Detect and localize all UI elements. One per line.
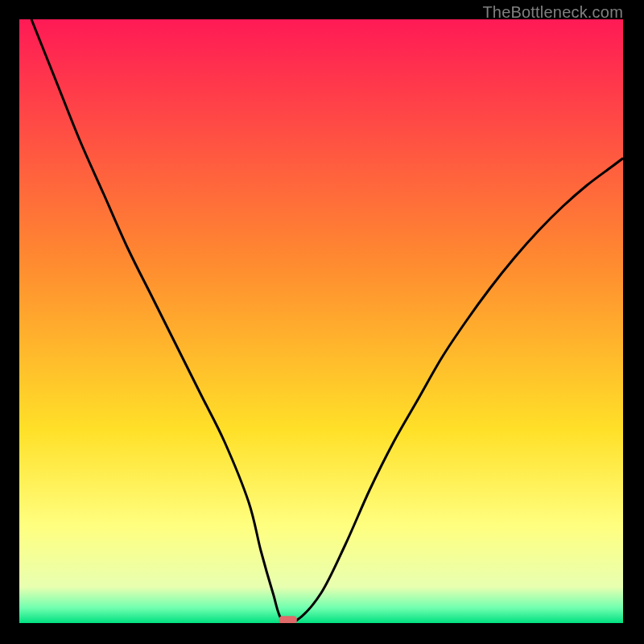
bottleneck-chart [19, 19, 623, 623]
chart-frame: TheBottleneck.com [0, 0, 644, 644]
chart-background [19, 19, 623, 623]
optimal-point-marker [279, 616, 297, 623]
